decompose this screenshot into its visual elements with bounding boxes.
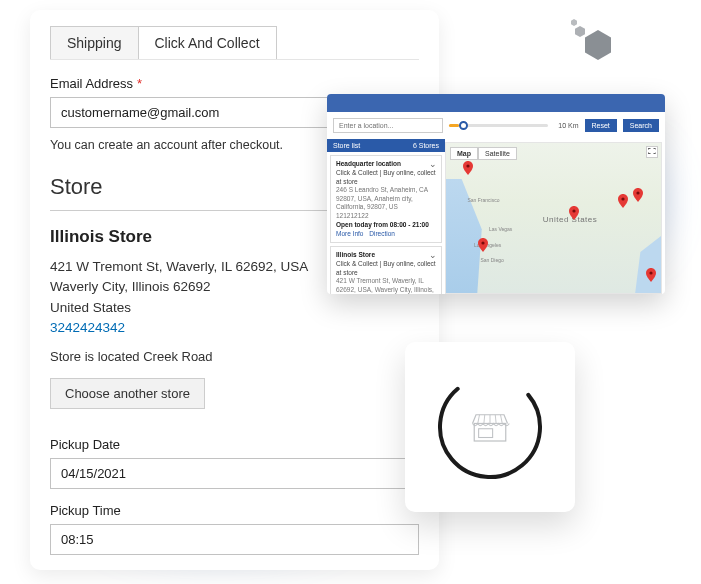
store-locator-header — [327, 94, 665, 112]
store-list-title: Store list — [333, 142, 360, 149]
location-input[interactable] — [333, 118, 443, 133]
direction-link[interactable]: Direction — [369, 230, 395, 237]
map-pin-icon[interactable] — [569, 206, 579, 220]
fullscreen-icon[interactable]: ⛶ — [646, 146, 658, 158]
map-pin-icon[interactable] — [646, 268, 656, 282]
choose-another-store-button[interactable]: Choose another store — [50, 378, 205, 409]
svg-line-10 — [484, 415, 485, 424]
svg-line-9 — [478, 415, 480, 424]
selected-store-phone[interactable]: 3242424342 — [50, 320, 419, 335]
store-item-hours: Open today from 08:00 - 21:00 — [336, 221, 436, 229]
map-canvas[interactable]: Map Satellite ⛶ United States San Franci… — [445, 142, 662, 294]
store-list-item[interactable]: ⌄ Headquarter location Click & Collect |… — [330, 155, 442, 243]
store-item-phone: 121212122 — [336, 212, 436, 220]
store-item-addr: 421 W Tremont St, Waverly, IL 62692, USA… — [336, 277, 436, 294]
store-locator-search-row: 10 Km Reset Search — [327, 112, 665, 139]
more-info-link[interactable]: More Info — [336, 230, 363, 237]
city-label: San Francisco — [468, 197, 500, 203]
map-pin-icon[interactable] — [633, 188, 643, 202]
tab-shipping[interactable]: Shipping — [50, 26, 139, 59]
required-asterisk: * — [137, 76, 142, 91]
store-count: 6 Stores — [413, 142, 439, 149]
svg-point-1 — [482, 241, 485, 244]
chevron-down-icon: ⌄ — [429, 159, 437, 171]
ocean-decoration — [635, 236, 661, 293]
pickup-date-label: Pickup Date — [50, 437, 419, 452]
map-type-map-button[interactable]: Map — [450, 147, 478, 160]
store-item-title: Illinois Store — [336, 251, 436, 259]
map-type-satellite-button[interactable]: Satellite — [478, 147, 517, 160]
store-item-title: Headquarter location — [336, 160, 436, 168]
search-button[interactable]: Search — [623, 119, 659, 132]
store-locator-panel: 10 Km Reset Search Store list 6 Stores ⌄… — [327, 94, 665, 294]
svg-point-5 — [649, 271, 652, 274]
reset-button[interactable]: Reset — [585, 119, 617, 132]
svg-point-4 — [636, 191, 639, 194]
store-item-tag: Click & Collect | Buy online, collect at… — [336, 260, 436, 277]
pickup-time-label: Pickup Time — [50, 503, 419, 518]
storefront-icon — [469, 409, 511, 445]
store-item-addr: 246 S Leandro St, Anaheim, CA 92807, USA… — [336, 186, 436, 211]
loading-spinner — [436, 373, 544, 481]
distance-slider[interactable] — [449, 124, 548, 127]
store-list-header: Store list 6 Stores — [327, 139, 445, 152]
map-pin-icon[interactable] — [618, 194, 628, 208]
selected-store-note: Store is located Creek Road — [50, 349, 419, 364]
svg-line-12 — [495, 415, 496, 424]
store-list: Store list 6 Stores ⌄ Headquarter locati… — [327, 139, 445, 294]
pickup-time-field[interactable] — [50, 524, 419, 555]
store-list-item[interactable]: ⌄ Illinois Store Click & Collect | Buy o… — [330, 246, 442, 294]
selected-store-addr3: United States — [50, 298, 419, 318]
city-label: Las Vegas — [489, 226, 512, 232]
svg-point-2 — [572, 209, 575, 212]
map-pin-icon[interactable] — [463, 161, 473, 175]
chevron-down-icon: ⌄ — [429, 250, 437, 262]
svg-point-3 — [621, 197, 624, 200]
svg-point-0 — [467, 164, 470, 167]
city-label: San Diego — [480, 257, 503, 263]
shipping-tabs: Shipping Click And Collect — [50, 26, 419, 60]
pickup-date-field[interactable] — [50, 458, 419, 489]
breadcrumb — [333, 100, 335, 107]
svg-rect-8 — [479, 429, 493, 438]
email-label: Email Address* — [50, 76, 419, 91]
map-pin-icon[interactable] — [478, 238, 488, 252]
store-item-tag: Click & Collect | Buy online, collect at… — [336, 169, 436, 186]
distance-label: 10 Km — [558, 122, 578, 129]
tab-click-and-collect[interactable]: Click And Collect — [139, 26, 277, 59]
svg-line-13 — [501, 415, 503, 424]
loading-card — [405, 342, 575, 512]
